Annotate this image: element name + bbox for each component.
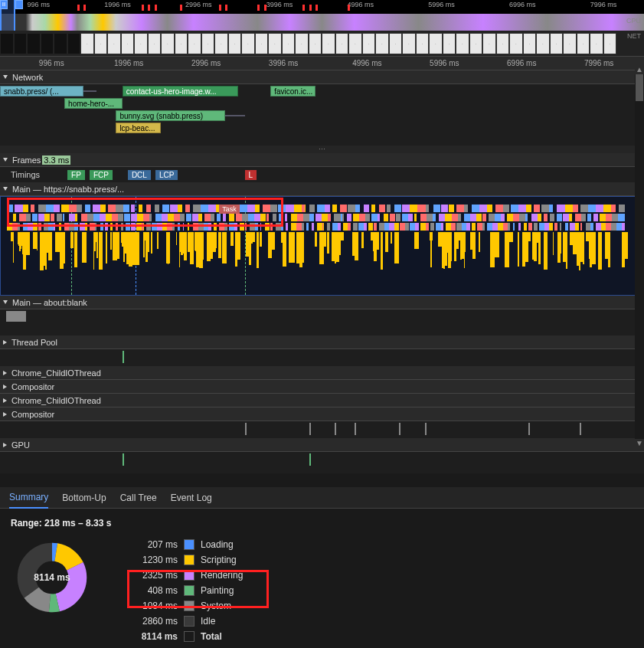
frame-thumbnail[interactable]: ·: [375, 33, 389, 54]
tab-call-tree[interactable]: Call Tree: [120, 488, 157, 508]
legend-row-total: 8114 msTotal: [135, 631, 243, 642]
tab-summary[interactable]: Summary: [9, 487, 48, 509]
section-header-compositor-2[interactable]: Compositor: [0, 407, 644, 421]
network-bar[interactable]: home-hero-...: [64, 98, 123, 109]
timing-badge-dcl[interactable]: DCL: [128, 170, 151, 180]
summary-legend: 207 msLoading 1230 msScripting 2325 msRe…: [135, 539, 243, 642]
frame-thumbnail[interactable]: ·: [509, 33, 523, 54]
donut-chart: 8114 ms: [14, 539, 90, 616]
timing-badge-fp[interactable]: FP: [67, 170, 85, 180]
frame-thumbnail[interactable]: ·: [456, 33, 469, 54]
track-main-blank[interactable]: [0, 309, 644, 335]
net-label: NET: [627, 32, 641, 40]
section-header-frames[interactable]: Frames 3.3 ms: [0, 153, 644, 167]
track-thread-pool[interactable]: [0, 349, 644, 366]
frame-thumbnail[interactable]: ·: [148, 33, 162, 54]
summary-panel: Range: 218 ms – 8.33 s 8114 ms 207 msLoa…: [0, 509, 644, 648]
frame-thumbnail[interactable]: ·: [161, 33, 175, 54]
chevron-down-icon: [3, 158, 8, 162]
frame-thumbnail[interactable]: ·: [429, 33, 443, 54]
frame-thumbnail[interactable]: ·: [389, 33, 403, 54]
frame-thumbnail[interactable]: ·: [214, 33, 228, 54]
frame-thumbnail[interactable]: ·: [134, 33, 148, 54]
frame-thumbnail[interactable]: ·: [402, 33, 416, 54]
tab-bottom-up[interactable]: Bottom-Up: [62, 488, 106, 508]
summary-tabs: Summary Bottom-Up Call Tree Event Log: [0, 487, 644, 509]
frame-thumbnail[interactable]: ·: [94, 33, 108, 54]
frame-thumbnail[interactable]: ·: [188, 33, 201, 54]
network-bar[interactable]: favicon.ic...: [270, 86, 315, 97]
network-track[interactable]: snabb.press/ (... contact-us-hero-image.…: [0, 84, 644, 146]
legend-row-loading[interactable]: 207 msLoading: [135, 539, 243, 550]
frame-thumbnail[interactable]: ·: [255, 33, 269, 54]
scrollbar[interactable]: ▲ ▼: [635, 65, 644, 448]
network-bar[interactable]: lcp-beac...: [116, 123, 161, 133]
frame-thumbnail[interactable]: ·: [577, 33, 590, 54]
chevron-down-icon: [3, 75, 8, 79]
frame-thumbnail[interactable]: ·: [107, 33, 121, 54]
frame-thumbnail[interactable]: ·: [563, 33, 577, 54]
timing-badge-l[interactable]: L: [245, 170, 257, 180]
frame-thumbnail[interactable]: ·: [80, 33, 94, 54]
track-compositor-2[interactable]: [0, 421, 644, 438]
overview-timeline[interactable]: 996 ms1996 ms 2996 ms3996 ms 4996 ms5996…: [0, 0, 644, 31]
section-header-child-io-1[interactable]: Chrome_ChildIOThread: [0, 366, 644, 380]
timing-badge-lcp[interactable]: LCP: [155, 170, 178, 180]
section-header-main[interactable]: Main — https://snabb.press/...: [0, 182, 644, 196]
section-header-compositor-1[interactable]: Compositor: [0, 380, 644, 394]
frame-thumbnail[interactable]: ·: [322, 33, 335, 54]
cpu-label: CPU: [626, 17, 641, 25]
scroll-arrow-down-icon[interactable]: ▼: [635, 439, 644, 448]
chevron-right-icon: [3, 371, 7, 375]
network-bar[interactable]: contact-us-hero-image.w...: [123, 86, 238, 97]
section-header-thread-pool[interactable]: Thread Pool: [0, 335, 644, 349]
scroll-arrow-up-icon[interactable]: ▲: [635, 65, 644, 74]
chevron-right-icon: [3, 443, 7, 447]
range-handle-right[interactable]: [15, 0, 23, 9]
chevron-right-icon: [3, 385, 7, 389]
network-bar[interactable]: snabb.press/ (...: [0, 86, 83, 97]
frame-thumbnail[interactable]: ·: [348, 33, 362, 54]
frame-thumbnail[interactable]: ·: [282, 33, 296, 54]
section-header-gpu[interactable]: GPU: [0, 438, 644, 452]
task-label[interactable]: Task: [219, 205, 240, 214]
network-bar[interactable]: bunny.svg (snabb.press): [116, 110, 225, 121]
tab-event-log[interactable]: Event Log: [171, 488, 212, 508]
frame-thumbnail[interactable]: ·: [590, 33, 603, 54]
frame-thumbnail[interactable]: ·: [228, 33, 242, 54]
frame-thumbnail[interactable]: ·: [335, 33, 349, 54]
frames-filmstrip[interactable]: for(let i=0;i<40;i++)document.write('<di…: [0, 31, 644, 57]
frame-thumbnail[interactable]: ·: [201, 33, 215, 54]
frame-thumbnail[interactable]: ·: [295, 33, 309, 54]
frame-thumbnail[interactable]: ·: [550, 33, 564, 54]
chevron-right-icon: [3, 412, 7, 417]
frame-thumbnail[interactable]: ·: [523, 33, 537, 54]
frame-thumbnail[interactable]: ·: [241, 33, 255, 54]
frame-thumbnail[interactable]: ·: [443, 33, 456, 54]
frame-thumbnail[interactable]: ·: [496, 33, 510, 54]
frame-thumbnail[interactable]: ·: [175, 33, 188, 54]
frame-thumbnail[interactable]: ·: [469, 33, 483, 54]
legend-row-idle[interactable]: 2860 msIdle: [135, 616, 243, 627]
time-ruler: 996 ms 1996 ms 2996 ms 3996 ms 4996 ms 5…: [0, 57, 644, 70]
frame-thumbnail[interactable]: ·: [482, 33, 496, 54]
frame-thumbnail[interactable]: ·: [362, 33, 376, 54]
frame-thumbnail[interactable]: ·: [309, 33, 322, 54]
highlight-box-legend: [127, 570, 269, 608]
frame-thumbnail[interactable]: ·: [416, 33, 430, 54]
legend-row-scripting[interactable]: 1230 msScripting: [135, 555, 243, 565]
track-resizer[interactable]: ⋯: [0, 146, 644, 153]
long-task-markers: [0, 5, 644, 8]
section-header-main-blank[interactable]: Main — about:blank: [0, 296, 644, 309]
scrollbar-thumb[interactable]: [636, 74, 643, 101]
timing-badge-fcp[interactable]: FCP: [90, 170, 113, 180]
section-header-child-io-2[interactable]: Chrome_ChildIOThread: [0, 394, 644, 407]
range-handle-left[interactable]: II: [0, 0, 8, 9]
frame-thumbnail[interactable]: ·: [536, 33, 550, 54]
frame-thumbnail[interactable]: ·: [603, 33, 617, 54]
track-gpu[interactable]: [0, 452, 644, 473]
section-header-network[interactable]: Network: [0, 70, 644, 84]
main-thread-flame[interactable]: const cols=["b","p","","r","gr"]; for(le…: [0, 196, 644, 296]
frame-thumbnail[interactable]: ·: [268, 33, 282, 54]
frame-thumbnail[interactable]: ·: [121, 33, 135, 54]
